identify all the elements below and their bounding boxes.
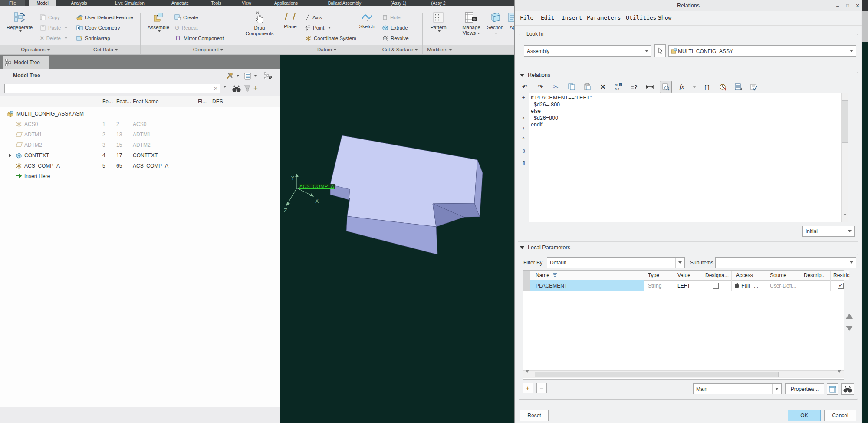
copy-geometry-button[interactable]: Copy Geometry — [76, 23, 120, 33]
op-divide[interactable]: / — [519, 126, 528, 131]
tree-row-adtm2[interactable]: ADTM2 3 15 ADTM2 — [0, 140, 280, 150]
row-gutter[interactable] — [523, 280, 531, 291]
pattern-button[interactable]: Pattern — [426, 12, 450, 32]
scroll-left-icon[interactable] — [525, 373, 529, 379]
evaluate-button[interactable] — [717, 81, 728, 93]
h-scrollbar-thumb[interactable] — [535, 372, 779, 377]
col-fl[interactable]: Fl... — [198, 96, 207, 107]
add-parameter-button[interactable]: + — [523, 383, 533, 393]
csys-name-label[interactable]: ACS_COMP_A — [299, 184, 335, 189]
op-parens[interactable]: ( ) — [519, 149, 528, 153]
param-row-name-cell[interactable]: PLACEMENT — [530, 280, 644, 291]
param-row-source-cell[interactable]: User-Defi... — [770, 280, 796, 291]
tree-show-button[interactable] — [264, 72, 273, 80]
look-in-object-combo[interactable]: MULTI_CONFIG_ASSY — [668, 45, 856, 57]
combo-arrow-icon[interactable] — [847, 46, 856, 56]
move-up-button[interactable] — [846, 314, 853, 319]
graphics-viewport[interactable]: Y X Z ACS_COMP_A — [280, 55, 514, 423]
properties-button[interactable]: Properties... — [785, 383, 824, 394]
search-clear-icon[interactable]: ✕ — [214, 85, 218, 93]
tab-file[interactable]: File — [0, 0, 25, 6]
tab-view[interactable]: View — [233, 0, 260, 6]
dialog-title-bar[interactable]: Relations — [515, 0, 862, 11]
restricted-checkbox[interactable] — [838, 283, 844, 289]
regenerate-button[interactable]: Regenerate — [3, 12, 36, 32]
expand-icon[interactable] — [9, 154, 11, 157]
tab-assy-2[interactable]: (Assy 2 — [420, 0, 457, 6]
tab-analysis[interactable]: Analysis — [60, 0, 98, 6]
scroll-up-icon[interactable] — [842, 94, 847, 100]
col-des[interactable]: DES — [212, 96, 223, 107]
col-value[interactable]: Value — [677, 271, 690, 280]
op-equals[interactable]: = — [519, 173, 528, 178]
group-operations[interactable]: Operations — [0, 45, 71, 54]
sorted-relations-button[interactable] — [733, 81, 744, 93]
menu-file[interactable]: File — [520, 14, 533, 21]
maximize-button[interactable]: □ — [844, 2, 852, 9]
verify-relations-button[interactable]: =? — [628, 81, 640, 93]
group-datum[interactable]: Datum — [276, 45, 378, 54]
tree-row-root[interactable]: MULTI_CONFIG_ASSY.ASM — [0, 109, 280, 119]
point-button[interactable]: Point — [305, 23, 331, 33]
redo-button[interactable]: ↷ — [535, 81, 546, 93]
axis-button[interactable]: Axis — [305, 13, 322, 22]
user-defined-feature-button[interactable]: User-Defined Feature — [76, 13, 133, 22]
search-binoculars-icon[interactable] — [232, 85, 241, 93]
col-type[interactable]: Type — [648, 271, 659, 280]
index-brackets-button[interactable]: [ ] — [701, 81, 713, 93]
op-brackets[interactable]: [ ] — [519, 161, 528, 165]
table-h-scrollbar[interactable] — [523, 370, 844, 378]
col-designate[interactable]: Designa... — [705, 271, 729, 280]
tab-model[interactable]: Model — [29, 0, 56, 6]
group-modifiers[interactable]: Modifiers — [422, 45, 457, 54]
menu-utilities[interactable]: Utilities — [626, 14, 656, 21]
functions-button[interactable]: fx — [676, 81, 687, 93]
op-minus[interactable]: − — [519, 105, 528, 110]
tab-assy-1[interactable]: (Assy 1) — [380, 0, 417, 6]
tab-annotate[interactable]: Annotate — [161, 0, 199, 6]
plane-button[interactable]: Plane — [279, 12, 301, 30]
scroll-down-icon[interactable] — [842, 216, 847, 222]
combo-arrow-icon[interactable] — [772, 384, 781, 394]
ok-button[interactable]: OK — [788, 410, 821, 421]
local-parameters-header[interactable]: Local Parameters — [520, 245, 570, 251]
combo-arrow-icon[interactable] — [845, 226, 854, 236]
param-row-access-cell[interactable]: Full ... — [735, 280, 758, 291]
group-component[interactable]: Component — [140, 45, 276, 54]
initial-combo[interactable]: Initial — [802, 226, 855, 237]
op-multiply[interactable]: × — [519, 116, 528, 120]
tree-row-adtm1[interactable]: ADTM1 2 13 ADTM1 — [0, 129, 280, 140]
cut-button[interactable]: ✂ — [550, 81, 562, 93]
relations-editor[interactable]: if PLACEMENT=="LEFT" $d26=-800 else $d26… — [529, 93, 848, 222]
col-access[interactable]: Access — [736, 271, 753, 280]
col-feat-name[interactable]: Feat Name — [133, 96, 158, 107]
section-button[interactable]: Section — [485, 12, 505, 36]
paste-button-rel[interactable] — [582, 81, 593, 93]
relations-section-header[interactable]: Relations — [520, 72, 550, 78]
reset-button[interactable]: Reset — [520, 410, 549, 421]
revolve-button[interactable]: Revolve — [382, 33, 409, 43]
search-dropdown-icon[interactable] — [223, 87, 227, 95]
menu-edit[interactable]: Edit — [541, 14, 554, 21]
designate-checkbox[interactable] — [713, 283, 719, 289]
col-restricted[interactable]: Restric — [833, 271, 849, 280]
filter-by-combo[interactable]: Default — [547, 257, 685, 268]
model-tree-tab[interactable]: Model Tree — [3, 56, 49, 69]
op-power[interactable]: ^ — [519, 136, 528, 142]
op-plus[interactable]: + — [519, 95, 528, 100]
editor-scrollbar[interactable] — [841, 93, 848, 222]
param-row-type-cell[interactable]: String — [648, 280, 661, 291]
sub-items-combo[interactable] — [715, 257, 856, 268]
cancel-button[interactable]: Cancel — [824, 410, 856, 421]
delete-button-rel[interactable]: ✕ — [597, 81, 608, 93]
delete-button[interactable]: ✕ Delete — [40, 33, 67, 43]
menu-show[interactable]: Show — [658, 14, 671, 21]
copy-button[interactable]: Copy — [40, 13, 60, 22]
tab-ballard-assembly[interactable]: Ballard Assembly — [312, 0, 377, 6]
drag-components-button[interactable]: Drag Components — [246, 11, 273, 36]
create-button[interactable]: Create — [174, 13, 198, 22]
main-combo[interactable]: Main — [693, 383, 782, 394]
minimize-button[interactable]: – — [834, 2, 842, 9]
close-button[interactable]: ✕ — [854, 2, 861, 9]
add-filter-icon[interactable]: + — [253, 84, 258, 93]
